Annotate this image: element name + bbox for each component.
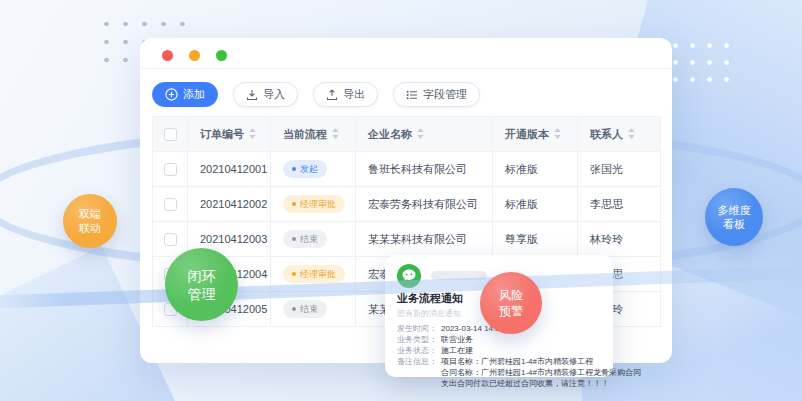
feature-label: 多维度 [718,203,751,217]
sort-icon[interactable] [417,128,424,139]
column-header[interactable]: 订单编号 [188,117,271,152]
export-icon [326,89,338,101]
popup-field-row: 支出合同付款已经超过合同收票，请注意！！！ [397,378,603,389]
feature-label: 闭环 [188,267,216,285]
status-label: 结束 [300,303,318,316]
popup-field-label [397,378,441,389]
checkbox-cell [153,187,188,222]
status-label: 发起 [300,163,318,176]
popup-field-row: 业务类型：联营业务 [397,334,603,345]
field-manage-button[interactable]: 字段管理 [393,82,480,107]
plus-circle-icon [165,88,178,101]
popup-field-label: 发生时间： [397,323,441,334]
column-header-label: 联系人 [590,128,623,140]
feature-circle-dual-end: 双端 联动 [63,194,117,248]
select-all-cell [153,117,188,152]
table-row: 20210412001发起鲁班长科技有限公司标准版张国光 [153,152,661,187]
status-cell: 结束 [271,292,356,327]
column-header-label: 订单编号 [200,128,244,140]
popup-field-label: 业务类型： [397,334,441,345]
sort-icon[interactable] [249,128,256,139]
traffic-light[interactable] [189,50,200,61]
order-no-cell: 20210412001 [188,152,271,187]
column-header-label: 当前流程 [283,128,327,140]
column-header[interactable]: 联系人 [578,117,661,152]
wechat-icon [397,264,421,288]
column-header[interactable]: 当前流程 [271,117,356,152]
version-cell: 标准版 [493,187,578,222]
company-cell: 某某某科技有限公司 [356,222,493,257]
traffic-lights [162,50,227,61]
popup-field-row: 业务状态：施工在建 [397,345,603,356]
feature-label: 管理 [188,285,216,303]
feature-label: 风险 [499,287,523,303]
feature-circle-risk-alert: 风险 预警 [480,272,542,334]
feature-label: 联动 [79,221,101,235]
select-all-checkbox[interactable] [164,128,177,141]
version-cell: 尊享版 [493,222,578,257]
checkbox-cell [153,222,188,257]
popup-field-row: 合同名称：广州碧桂园1-4#市内精装修工程龙骨采购合同 [397,367,603,378]
column-header-label: 企业名称 [368,128,412,140]
sort-icon[interactable] [332,128,339,139]
contact-cell: 李思思 [578,187,661,222]
status-badge: 发起 [283,160,327,178]
field-manage-button-label: 字段管理 [423,87,467,102]
column-header[interactable]: 企业名称 [356,117,493,152]
status-label: 结束 [300,233,318,246]
import-button[interactable]: 导入 [233,82,298,107]
contact-cell: 张国光 [578,152,661,187]
popup-field-value: 项目名称：广州碧桂园1-4#市内精装修工程 [441,356,593,367]
popup-field-label: 业务状态： [397,345,441,356]
status-cell: 经理审批 [271,257,356,292]
status-badge: 结束 [283,300,327,318]
add-button[interactable]: 添加 [152,82,218,107]
status-dot-icon [292,272,296,276]
status-label: 经理审批 [300,198,336,211]
popup-field-value: 合同名称：广州碧桂园1-4#市内精装修工程龙骨采购合同 [441,367,641,378]
popup-field-row: 备注信息：项目名称：广州碧桂园1-4#市内精装修工程 [397,356,603,367]
window-divider [140,68,672,69]
column-header-label: 开通版本 [505,128,549,140]
status-cell: 发起 [271,152,356,187]
popup-fields: 发生时间：2023-03-14 14:2业务类型：联营业务业务状态：施工在建备注… [397,323,603,389]
feature-label: 预警 [499,303,523,319]
contact-cell: 林玲玲 [578,222,661,257]
status-cell: 经理审批 [271,187,356,222]
status-dot-icon [292,237,296,241]
column-header[interactable]: 开通版本 [493,117,578,152]
add-button-label: 添加 [183,87,205,102]
sort-icon[interactable] [554,128,561,139]
popup-field-label [397,367,441,378]
export-button[interactable]: 导出 [313,82,378,107]
popup-field-value: 联营业务 [441,334,473,345]
feature-circle-multi-board: 多维度 看板 [705,188,763,246]
status-cell: 结束 [271,222,356,257]
status-badge: 经理审批 [283,265,345,283]
status-dot-icon [292,202,296,206]
company-cell: 宏泰劳务科技有限公司 [356,187,493,222]
toolbar: 添加 导入 导出 字段管理 [152,82,480,107]
status-dot-icon [292,307,296,311]
status-badge: 结束 [283,230,327,248]
status-dot-icon [292,167,296,171]
row-checkbox[interactable] [164,163,177,176]
sort-icon[interactable] [628,128,635,139]
checkbox-cell [153,152,188,187]
popup-field-value: 支出合同付款已经超过合同收票，请注意！！！ [441,378,609,389]
table-row: 20210412002经理审批宏泰劳务科技有限公司标准版李思思 [153,187,661,222]
popup-field-value: 施工在建 [441,345,473,356]
import-button-label: 导入 [263,87,285,102]
version-cell: 标准版 [493,152,578,187]
traffic-light[interactable] [162,50,173,61]
order-no-cell: 20210412002 [188,187,271,222]
import-icon [246,89,258,101]
row-checkbox[interactable] [164,198,177,211]
table-header-row: 订单编号当前流程企业名称开通版本联系人 [153,117,661,152]
popup-field-label: 备注信息： [397,356,441,367]
company-cell: 鲁班长科技有限公司 [356,152,493,187]
traffic-light[interactable] [216,50,227,61]
feature-circle-closed-loop: 闭环 管理 [165,248,238,321]
row-checkbox[interactable] [164,233,177,246]
dot-grid-right [667,37,739,91]
